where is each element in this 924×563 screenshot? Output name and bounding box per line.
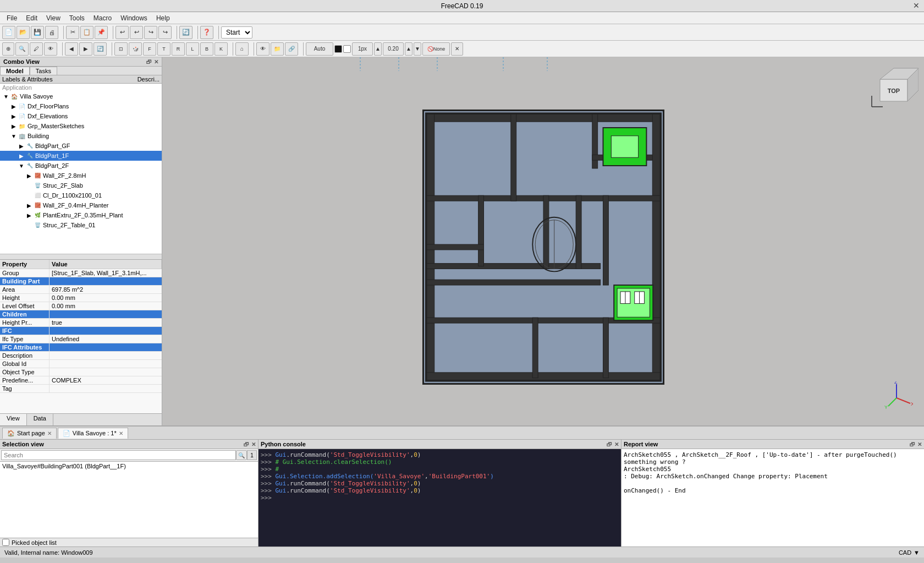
selection-close[interactable]: ✕ bbox=[251, 441, 256, 447]
menu-help[interactable]: Help bbox=[152, 13, 174, 23]
statusbar-dropdown-arrow[interactable]: ▼ bbox=[914, 549, 920, 556]
stereo-button[interactable]: 👁 bbox=[44, 42, 57, 56]
std-view[interactable]: 🎲 bbox=[129, 42, 142, 56]
top-view[interactable]: T bbox=[157, 42, 170, 56]
tree-arrow-grp[interactable]: ▶ bbox=[10, 123, 18, 129]
tree-arrow-dxf-floor[interactable]: ▶ bbox=[10, 103, 18, 110]
tree-area[interactable]: Application ▼ 🏠 Villa Savoye ▶ 📄 Dxf_Flo… bbox=[0, 84, 162, 254]
menu-macro[interactable]: Macro bbox=[89, 13, 116, 23]
tree-item-dxf-floor[interactable]: ▶ 📄 Dxf_FloorPlans bbox=[0, 101, 162, 111]
new-button[interactable]: 📄 bbox=[2, 26, 15, 39]
linewidth-select[interactable]: 1px bbox=[352, 42, 373, 56]
tree-hscroll[interactable] bbox=[0, 254, 162, 259]
menu-edit[interactable]: Edit bbox=[21, 13, 42, 23]
tab-start-page[interactable]: 🏠 Start page ✕ bbox=[2, 428, 57, 439]
tree-item-bldg-2f[interactable]: ▼ 🔧 BldgPart_2F bbox=[0, 161, 162, 171]
menu-tools[interactable]: Tools bbox=[65, 13, 89, 23]
print-button[interactable]: 🖨 bbox=[45, 26, 58, 39]
tree-arrow-dxf-elev[interactable]: ▶ bbox=[10, 113, 18, 119]
selection-search-input[interactable] bbox=[1, 450, 236, 460]
tab-tasks[interactable]: Tasks bbox=[30, 67, 57, 75]
workbench-dropdown[interactable]: Start Arch Draft bbox=[221, 26, 252, 39]
redo-button[interactable]: ↪ bbox=[144, 26, 157, 39]
menu-file[interactable]: File bbox=[2, 13, 21, 23]
python-minimize[interactable]: 🗗 bbox=[607, 441, 612, 447]
open-button[interactable]: 📂 bbox=[16, 26, 30, 39]
linevalue-down[interactable]: ▼ bbox=[414, 42, 421, 56]
home-button[interactable]: ⌂ bbox=[235, 42, 249, 56]
selection-footer[interactable]: Picked object list bbox=[0, 538, 258, 546]
rear-view[interactable]: K bbox=[215, 42, 228, 56]
right-view[interactable]: R bbox=[172, 42, 185, 56]
tree-item-cl-dr[interactable]: ⬜ Cl_Dr_1100x2100_01 bbox=[0, 190, 162, 200]
tree-arrow-bldg-1f[interactable]: ▶ bbox=[18, 153, 25, 159]
left-view[interactable]: L bbox=[186, 42, 199, 56]
copy-button[interactable]: 📋 bbox=[80, 26, 94, 39]
python-content[interactable]: >>> Gui.runCommand('Std_ToggleVisibility… bbox=[258, 449, 621, 546]
tree-item-villa[interactable]: ▼ 🏠 Villa Savoye bbox=[0, 91, 162, 101]
linevalue-up[interactable]: ▲ bbox=[405, 42, 413, 56]
fwd-nav-button[interactable]: ▶ bbox=[79, 42, 92, 56]
sync-button[interactable]: 🔄 bbox=[94, 42, 107, 56]
tree-item-struc-slab[interactable]: 🗑️ Struc_2F_Slab bbox=[0, 181, 162, 190]
paste-button[interactable]: 📌 bbox=[95, 26, 108, 39]
tab-data[interactable]: Data bbox=[27, 414, 53, 425]
draw-style-button[interactable]: 🖊 bbox=[30, 42, 43, 56]
tree-item-wall-2f[interactable]: ▶ 🧱 Wall_2F_2.8mH bbox=[0, 171, 162, 181]
help-button[interactable]: ❓ bbox=[200, 26, 213, 39]
viewport[interactable]: TOP X Y Z bbox=[162, 57, 924, 425]
tree-item-dxf-elev[interactable]: ▶ 📄 Dxf_Elevations bbox=[0, 111, 162, 121]
group-btn[interactable]: 📁 bbox=[271, 42, 284, 56]
menu-view[interactable]: View bbox=[42, 13, 65, 23]
combo-minimize[interactable]: 🗗 bbox=[146, 59, 152, 65]
tab-villa-savoye[interactable]: 📄 Villa Savoye : 1* ✕ bbox=[58, 428, 128, 439]
link-btn[interactable]: 🔗 bbox=[285, 42, 298, 56]
undo2-button[interactable]: ↩ bbox=[130, 26, 143, 39]
menu-windows[interactable]: Windows bbox=[116, 13, 152, 23]
tree-arrow-plant-extru[interactable]: ▶ bbox=[25, 212, 33, 218]
zoom-fit-all[interactable]: ⊡ bbox=[114, 42, 128, 56]
report-minimize[interactable]: 🗗 bbox=[910, 441, 915, 447]
none-button[interactable]: 🚫None bbox=[422, 42, 450, 56]
undo-button[interactable]: ↩ bbox=[116, 26, 129, 39]
tree-item-grp[interactable]: ▶ 📁 Grp_MasterSketches bbox=[0, 121, 162, 131]
tree-item-wall-planter[interactable]: ▶ 🧱 Wall_2F_0.4mH_Planter bbox=[0, 200, 162, 210]
linevalue-input[interactable]: 0.20 bbox=[383, 42, 404, 56]
redo2-button[interactable]: ↪ bbox=[158, 26, 172, 39]
selection-minimize[interactable]: 🗗 bbox=[244, 441, 249, 447]
auto-button[interactable]: Auto bbox=[306, 42, 333, 56]
start-page-close[interactable]: ✕ bbox=[47, 430, 52, 436]
tree-item-bldg-gf[interactable]: ▶ 🔧 BldgPart_GF bbox=[0, 141, 162, 151]
tree-arrow-bldg-gf[interactable]: ▶ bbox=[18, 143, 25, 149]
linewidth-up[interactable]: ▲ bbox=[374, 42, 382, 56]
nav-cube[interactable]: TOP bbox=[869, 63, 919, 112]
front-view[interactable]: F bbox=[143, 42, 156, 56]
color-picker2[interactable] bbox=[343, 45, 351, 53]
fit-all-button[interactable]: ⊕ bbox=[2, 42, 14, 56]
refresh-button[interactable]: 🔄 bbox=[179, 26, 193, 39]
tab-view[interactable]: View bbox=[0, 414, 27, 425]
tree-item-building[interactable]: ▼ 🏢 Building bbox=[0, 131, 162, 141]
selection-search-icon[interactable]: 🔍 bbox=[236, 450, 247, 460]
picked-object-checkbox[interactable] bbox=[2, 539, 9, 546]
villa-tab-close[interactable]: ✕ bbox=[119, 430, 123, 436]
tree-arrow-wall-planter[interactable]: ▶ bbox=[25, 203, 33, 209]
color-picker[interactable] bbox=[334, 45, 342, 53]
close-button[interactable]: ✕ bbox=[913, 1, 920, 10]
tree-arrow-villa[interactable]: ▼ bbox=[2, 94, 10, 100]
tree-item-struc-table[interactable]: 🗑️ Struc_2F_Table_01 bbox=[0, 220, 162, 230]
tree-arrow-wall-2f[interactable]: ▶ bbox=[25, 173, 33, 179]
bottom-view[interactable]: B bbox=[200, 42, 213, 56]
tree-arrow-bldg-2f[interactable]: ▼ bbox=[18, 163, 25, 169]
toggle-vis[interactable]: 👁 bbox=[256, 42, 270, 56]
combo-close[interactable]: ✕ bbox=[154, 59, 158, 65]
save-button[interactable]: 💾 bbox=[31, 26, 44, 39]
close-console[interactable]: ✕ bbox=[451, 42, 463, 56]
tree-arrow-building[interactable]: ▼ bbox=[10, 133, 18, 139]
tab-model[interactable]: Model bbox=[0, 67, 30, 75]
back-nav-button[interactable]: ◀ bbox=[65, 42, 78, 56]
python-close[interactable]: ✕ bbox=[614, 441, 619, 447]
tree-item-bldg-1f[interactable]: ▶ 🔧 BldgPart_1F bbox=[0, 151, 162, 161]
fit-sel-button[interactable]: 🔍 bbox=[15, 42, 29, 56]
cut-button[interactable]: ✂ bbox=[66, 26, 79, 39]
